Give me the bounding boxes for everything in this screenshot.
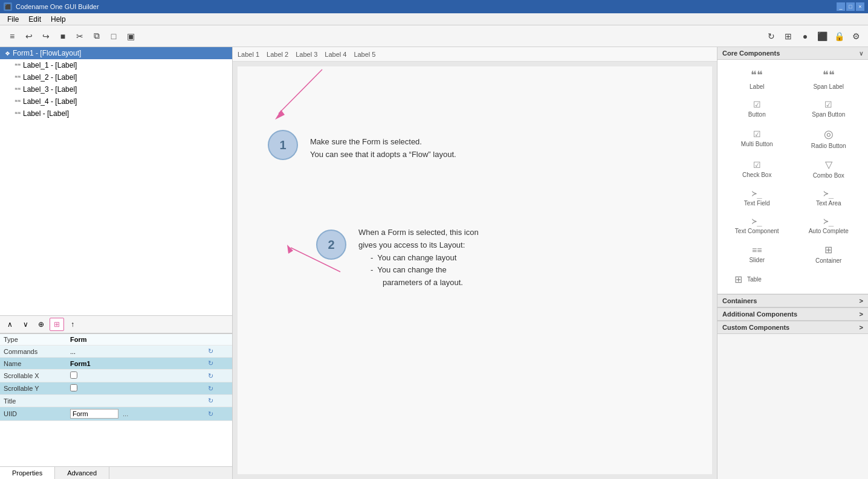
- label5-icon: ❝❝: [15, 111, 21, 117]
- menu-file[interactable]: File: [2, 14, 24, 25]
- tree-item-label1[interactable]: ❝❝ Label_1 - [Label]: [0, 59, 232, 71]
- component-combobox[interactable]: ▽ Combo Box: [794, 155, 864, 182]
- containers-section-header[interactable]: Containers >: [717, 294, 868, 307]
- table-text: Table: [747, 276, 762, 283]
- settings-button[interactable]: ⚙: [849, 29, 863, 43]
- custom-components-title: Custom Components: [722, 324, 789, 331]
- prop-row-commands: Commands ... ↻: [0, 346, 232, 358]
- move-up-button[interactable]: ∧: [2, 318, 17, 331]
- component-label[interactable]: ❝❝ Label: [722, 65, 792, 94]
- custom-components-header[interactable]: Custom Components >: [717, 321, 868, 334]
- component-text-component[interactable]: ≻_ Text Component: [722, 213, 792, 238]
- additional-components-header[interactable]: Additional Components >: [717, 307, 868, 321]
- annotation-number-2: 2: [328, 238, 334, 252]
- refresh-button[interactable]: ↻: [764, 29, 779, 43]
- component-text-area[interactable]: ≻_ Text Area: [794, 185, 864, 210]
- prop-name-value: Form1: [70, 360, 91, 367]
- component-slider[interactable]: ≡≡ Slider: [722, 240, 792, 268]
- canvas-label2: Label 2: [267, 51, 288, 58]
- prop-scrolly-checkbox[interactable]: [70, 384, 77, 391]
- undo-button[interactable]: ↩: [22, 29, 36, 43]
- annotation-text-2-line1: When a Form is selected, this icon: [358, 227, 479, 239]
- component-span-button[interactable]: ☑ Span Button: [794, 96, 864, 121]
- menu-icon-button[interactable]: ≡: [5, 29, 19, 43]
- tab-properties[interactable]: Properties: [0, 467, 55, 479]
- close-button[interactable]: ×: [856, 2, 864, 11]
- menu-edit[interactable]: Edit: [24, 14, 46, 25]
- combobox-text: Combo Box: [813, 172, 844, 179]
- combobox-icon: ▽: [825, 159, 832, 170]
- span-button-text: Span Button: [812, 111, 845, 118]
- component-table[interactable]: ⊞ Table: [722, 270, 863, 289]
- stop-button[interactable]: ■: [56, 29, 70, 43]
- component-span-label[interactable]: ❝❝ Span Label: [794, 65, 864, 94]
- core-components-chevron: ∨: [859, 50, 863, 57]
- prop-scrollx-reset[interactable]: ↻: [208, 372, 213, 379]
- component-auto-complete[interactable]: ≻_ Auto Complete: [794, 213, 864, 238]
- prop-scrolly-reset[interactable]: ↻: [208, 385, 213, 392]
- radio-button-text: Radio Button: [811, 143, 846, 149]
- tree-item-label1-text: Label_1 - [Label]: [23, 61, 77, 69]
- left-panel: ❖ Form1 - [FlowLayout] ❝❝ Label_1 - [Lab…: [0, 47, 233, 479]
- record-button[interactable]: ●: [798, 29, 812, 43]
- layout-button[interactable]: ⊞: [781, 29, 795, 43]
- component-radio-button[interactable]: ◎ Radio Button: [794, 124, 864, 153]
- component-container[interactable]: ⊞ Container: [794, 240, 864, 268]
- move-down-button[interactable]: ∨: [18, 318, 33, 331]
- annotation-bullet-3: parameters of a layout.: [383, 277, 479, 289]
- prop-uiid-label: UIID: [0, 407, 66, 421]
- redo-button[interactable]: ↪: [39, 29, 53, 43]
- prop-uiid-dots[interactable]: ...: [123, 410, 128, 417]
- export-button[interactable]: ↑: [65, 318, 80, 331]
- multi-button-text: Multi Button: [741, 141, 773, 147]
- tree-item-form1-label: Form1 - [FlowLayout]: [13, 49, 81, 57]
- text-field-icon: ≻_: [752, 188, 762, 198]
- tree-item-label4[interactable]: ❝❝ Label_4 - [Label]: [0, 95, 232, 108]
- tree-item-label3-text: Label_3 - [Label]: [23, 85, 77, 94]
- component-checkbox[interactable]: ☑ Check Box: [722, 155, 792, 182]
- span-button-icon: ☑: [824, 100, 832, 109]
- table-icon: ⊞: [734, 274, 742, 285]
- maximize-button[interactable]: □: [846, 2, 855, 11]
- component-multi-button[interactable]: ☑ Multi Button: [722, 124, 792, 153]
- window-controls[interactable]: _ □ ×: [837, 2, 864, 11]
- tree-item-label3[interactable]: ❝❝ Label_3 - [Label]: [0, 83, 232, 95]
- app-icon: ⬛: [4, 2, 12, 11]
- prop-commands-reset[interactable]: ↻: [208, 347, 213, 355]
- prop-commands-label: Commands: [0, 346, 66, 358]
- prop-scrollx-checkbox[interactable]: [70, 371, 77, 379]
- add-component-button[interactable]: ⊕: [34, 318, 48, 331]
- device-button[interactable]: ⬛: [815, 29, 829, 43]
- prop-uiid-reset[interactable]: ↻: [208, 410, 213, 417]
- tab-advanced[interactable]: Advanced: [55, 467, 109, 479]
- tree-toolbar: ∧ ∨ ⊕ ⊞ ↑: [0, 315, 232, 333]
- slider-text: Slider: [749, 257, 765, 263]
- label2-icon: ❝❝: [15, 74, 21, 81]
- text-component-icon: ≻_: [752, 216, 762, 226]
- slider-icon: ≡≡: [752, 245, 762, 255]
- tree-item-form1[interactable]: ❖ Form1 - [FlowLayout]: [0, 47, 232, 59]
- paste-button[interactable]: □: [106, 29, 121, 43]
- custom-components-chevron: >: [860, 324, 863, 331]
- cut-button[interactable]: ✂: [73, 29, 87, 43]
- tree-item-label5[interactable]: ❝❝ Label - [Label]: [0, 108, 232, 120]
- prop-tabs: Properties Advanced: [0, 466, 232, 479]
- copy-button[interactable]: ⧉: [89, 29, 104, 43]
- annotation-bullet-2: - You can change the: [371, 264, 479, 277]
- grid-button[interactable]: ▣: [123, 29, 138, 43]
- button-icon: ☑: [753, 100, 761, 109]
- core-components-header[interactable]: Core Components ∨: [717, 47, 868, 60]
- button-text: Button: [748, 111, 766, 118]
- prop-title-reset[interactable]: ↻: [208, 397, 213, 404]
- tree-item-label2[interactable]: ❝❝ Label_2 - [Label]: [0, 71, 232, 83]
- tree-item-label4-text: Label_4 - [Label]: [23, 97, 77, 106]
- lock-button[interactable]: 🔒: [832, 29, 846, 43]
- layout-icon-button[interactable]: ⊞: [50, 318, 64, 331]
- component-button[interactable]: ☑ Button: [722, 96, 792, 121]
- component-tree[interactable]: ❖ Form1 - [FlowLayout] ❝❝ Label_1 - [Lab…: [0, 47, 232, 315]
- component-text-field[interactable]: ≻_ Text Field: [722, 185, 792, 210]
- menu-help[interactable]: Help: [46, 14, 71, 25]
- prop-name-reset[interactable]: ↻: [208, 359, 213, 367]
- prop-uiid-input[interactable]: [70, 409, 118, 419]
- minimize-button[interactable]: _: [837, 2, 845, 11]
